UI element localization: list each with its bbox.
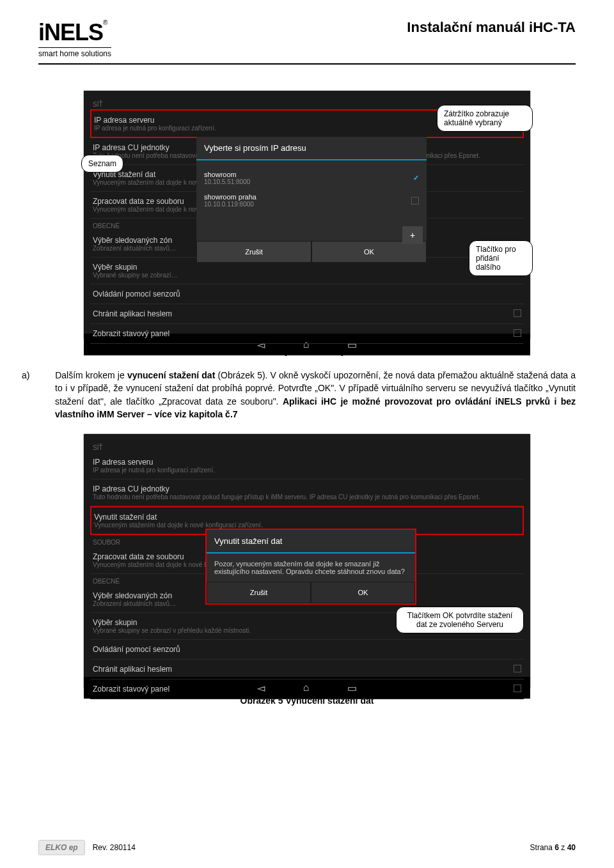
logo-reg: ®: [103, 19, 107, 26]
ok-button[interactable]: OK: [311, 241, 427, 263]
dialog-title: Vynutit stažení dat: [207, 530, 415, 554]
setting-ip-server[interactable]: IP adresa serveru IP adresa je nutná pro…: [90, 453, 524, 479]
logo-text: iNELS: [38, 19, 103, 45]
server-item-1[interactable]: showroom 10.10.5.51:8000 ✓: [204, 167, 419, 189]
setting-statusbar[interactable]: Zobrazit stavový panel: [90, 679, 524, 699]
checkbox-icon[interactable]: [514, 665, 521, 672]
figure-2-screenshot: SÍŤ IP adresa serveru IP adresa je nutná…: [83, 433, 531, 689]
server-item-2[interactable]: showroom praha 10.10.0.119:8000: [204, 189, 419, 212]
section-label: SÍŤ: [90, 440, 524, 453]
body-paragraph-a: a) Dalším krokem je vynucení stažení dat…: [38, 369, 576, 421]
setting-sensors[interactable]: Ovládání pomocí senzorů: [90, 284, 524, 304]
page-header: iNELS® smart home solutions Instalační m…: [38, 19, 576, 65]
document-title: Instalační manuál iHC-TA: [407, 19, 576, 36]
cancel-button[interactable]: Zrušit: [196, 241, 311, 263]
checkbox-icon: [411, 197, 419, 205]
callout-ok-confirm: Tlačítkem OK potvrdíte stažení dat ze zv…: [396, 607, 524, 633]
figure-1-screenshot: SÍŤ IP adresa serveru IP adresa je nutná…: [83, 90, 531, 339]
dialog-select-ip: Vyberte si prosím IP adresu showroom 10.…: [196, 137, 427, 263]
callout-list: Seznam: [81, 155, 123, 173]
logo-tagline: smart home solutions: [38, 47, 111, 58]
setting-sensors[interactable]: Ovládání pomocí senzorů: [90, 640, 524, 660]
footer-page-number: Strana 6 z 40: [530, 843, 576, 852]
setting-ip-cu[interactable]: IP adresa CU jednotky Tuto hodnotu není …: [90, 479, 524, 506]
page-footer: ELKO ep Rev. 280114 Strana 6 z 40: [38, 840, 576, 855]
footer-logo: ELKO ep: [38, 840, 85, 855]
checkbox-icon[interactable]: [514, 309, 521, 317]
setting-password[interactable]: Chránit aplikaci heslem: [90, 660, 524, 679]
dialog-body: Pozor, vynuceným stažením dat dojde ke s…: [207, 554, 415, 582]
callout-add-button: Tlačítko pro přidání dalšího: [469, 240, 533, 276]
cancel-button[interactable]: Zrušit: [207, 582, 311, 603]
checkbox-icon[interactable]: [514, 329, 521, 337]
setting-statusbar[interactable]: Zobrazit stavový panel: [90, 324, 524, 344]
ok-button[interactable]: OK: [311, 582, 415, 603]
setting-password[interactable]: Chránit aplikaci heslem: [90, 304, 524, 324]
logo: iNELS® smart home solutions: [38, 19, 111, 58]
checkbox-icon[interactable]: [514, 685, 521, 692]
add-server-button[interactable]: +: [402, 226, 423, 244]
dialog-force-download: Vynutit stažení dat Pozor, vynuceným sta…: [205, 529, 416, 605]
footer-revision: Rev. 280114: [93, 843, 136, 852]
check-icon: ✓: [413, 174, 419, 182]
dialog-title: Vyberte si prosím IP adresu: [196, 137, 427, 160]
callout-checkmark: Zátržítko zobrazuje aktuálně vybraný: [437, 105, 533, 132]
